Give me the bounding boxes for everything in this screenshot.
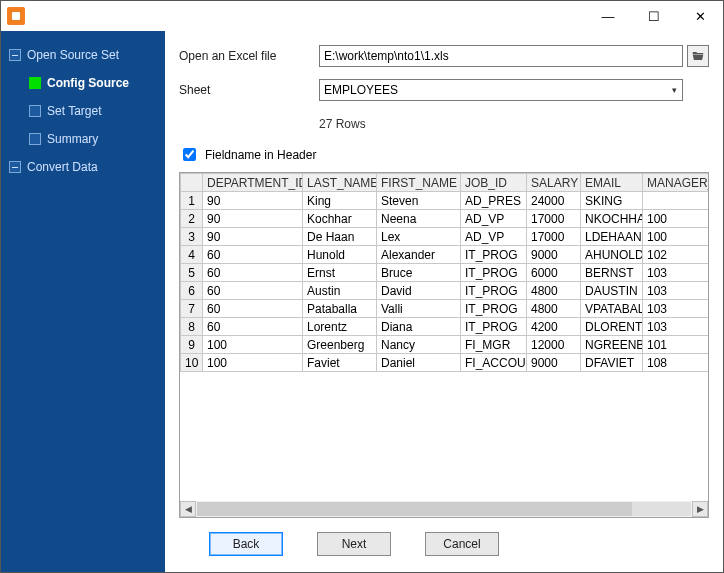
column-header[interactable]: DEPARTMENT_ID [203,174,303,192]
column-header[interactable]: MANAGER_ID [643,174,709,192]
browse-button[interactable] [687,45,709,67]
sidebar-item-convert-data[interactable]: Convert Data [1,153,165,181]
cell[interactable]: 24000 [527,192,581,210]
row-header[interactable]: 8 [181,318,203,336]
close-button[interactable]: ✕ [677,1,723,31]
table-row[interactable]: 460HunoldAlexanderIT_PROG9000AHUNOLD102 [181,246,709,264]
cell[interactable]: 90 [203,228,303,246]
cell[interactable]: Bruce [377,264,461,282]
column-header[interactable]: JOB_ID [461,174,527,192]
cell[interactable]: 100 [203,354,303,372]
sidebar-item-set-target[interactable]: Set Target [1,97,165,125]
cell[interactable]: AD_VP [461,210,527,228]
horizontal-scrollbar[interactable]: ◀ ▶ [180,501,708,517]
cell[interactable]: Diana [377,318,461,336]
scroll-right-icon[interactable]: ▶ [692,501,708,517]
cell[interactable]: Lex [377,228,461,246]
cell[interactable]: King [303,192,377,210]
cell[interactable]: DAUSTIN [581,282,643,300]
cancel-button[interactable]: Cancel [425,532,499,556]
cell[interactable]: 103 [643,318,709,336]
table-row[interactable]: 9100GreenbergNancyFI_MGR12000NGREENBERG1… [181,336,709,354]
cell[interactable]: David [377,282,461,300]
cell[interactable]: Valli [377,300,461,318]
cell[interactable]: FI_MGR [461,336,527,354]
column-header[interactable]: SALARY [527,174,581,192]
row-header[interactable]: 3 [181,228,203,246]
cell[interactable]: DFAVIET [581,354,643,372]
cell[interactable]: Faviet [303,354,377,372]
cell[interactable]: 4800 [527,282,581,300]
cell[interactable]: 60 [203,246,303,264]
cell[interactable]: Kochhar [303,210,377,228]
table-row[interactable]: 860LorentzDianaIT_PROG4200DLORENTZ103 [181,318,709,336]
cell[interactable]: 102 [643,246,709,264]
fieldname-label[interactable]: Fieldname in Header [205,148,316,162]
table-row[interactable]: 10100FavietDanielFI_ACCOUNT9000DFAVIET10… [181,354,709,372]
cell[interactable]: Austin [303,282,377,300]
column-header[interactable]: FIRST_NAME [377,174,461,192]
cell[interactable]: 12000 [527,336,581,354]
cell[interactable]: Greenberg [303,336,377,354]
cell[interactable]: 6000 [527,264,581,282]
cell[interactable]: IT_PROG [461,318,527,336]
cell[interactable]: 17000 [527,228,581,246]
cell[interactable]: IT_PROG [461,300,527,318]
file-path-input[interactable] [319,45,683,67]
cell[interactable]: Steven [377,192,461,210]
cell[interactable]: BERNST [581,264,643,282]
sheet-select[interactable] [319,79,683,101]
maximize-button[interactable]: ☐ [631,1,677,31]
fieldname-checkbox[interactable] [183,148,196,161]
cell[interactable]: 101 [643,336,709,354]
cell[interactable]: 90 [203,210,303,228]
row-header[interactable]: 2 [181,210,203,228]
grid-viewport[interactable]: DEPARTMENT_IDLAST_NAMEFIRST_NAMEJOB_IDSA… [180,173,708,501]
column-header[interactable]: LAST_NAME [303,174,377,192]
back-button[interactable]: Back [209,532,283,556]
cell[interactable]: 90 [203,192,303,210]
minimize-button[interactable]: — [585,1,631,31]
cell[interactable]: 60 [203,318,303,336]
cell[interactable]: Alexander [377,246,461,264]
cell[interactable]: IT_PROG [461,246,527,264]
cell[interactable]: 17000 [527,210,581,228]
cell[interactable]: 60 [203,300,303,318]
row-header[interactable]: 5 [181,264,203,282]
row-header[interactable]: 9 [181,336,203,354]
table-row[interactable]: 660AustinDavidIT_PROG4800DAUSTIN103 [181,282,709,300]
cell[interactable] [643,192,709,210]
cell[interactable]: AD_VP [461,228,527,246]
cell[interactable]: AHUNOLD [581,246,643,264]
cell[interactable]: De Haan [303,228,377,246]
table-row[interactable]: 760PataballaValliIT_PROG4800VPATABALLA10… [181,300,709,318]
scroll-thumb[interactable] [197,502,632,516]
cell[interactable]: LDEHAAN [581,228,643,246]
cell[interactable]: Ernst [303,264,377,282]
cell[interactable]: 9000 [527,246,581,264]
row-header[interactable]: 4 [181,246,203,264]
row-header[interactable]: 1 [181,192,203,210]
cell[interactable]: 60 [203,282,303,300]
cell[interactable]: Nancy [377,336,461,354]
scroll-left-icon[interactable]: ◀ [180,501,196,517]
cell[interactable]: IT_PROG [461,282,527,300]
cell[interactable]: 103 [643,282,709,300]
cell[interactable]: 4200 [527,318,581,336]
table-row[interactable]: 190KingStevenAD_PRES24000SKING [181,192,709,210]
column-header[interactable]: EMAIL [581,174,643,192]
table-row[interactable]: 560ErnstBruceIT_PROG6000BERNST103 [181,264,709,282]
scroll-track[interactable] [197,502,691,516]
cell[interactable]: Hunold [303,246,377,264]
cell[interactable]: 100 [643,210,709,228]
row-header[interactable]: 10 [181,354,203,372]
cell[interactable]: NGREENBERG [581,336,643,354]
row-header[interactable]: 6 [181,282,203,300]
cell[interactable]: Lorentz [303,318,377,336]
cell[interactable]: VPATABALLA [581,300,643,318]
cell[interactable]: SKING [581,192,643,210]
cell[interactable]: 60 [203,264,303,282]
table-row[interactable]: 290KochharNeenaAD_VP17000NKOCHHAR100 [181,210,709,228]
sidebar-item-summary[interactable]: Summary [1,125,165,153]
cell[interactable]: Pataballa [303,300,377,318]
